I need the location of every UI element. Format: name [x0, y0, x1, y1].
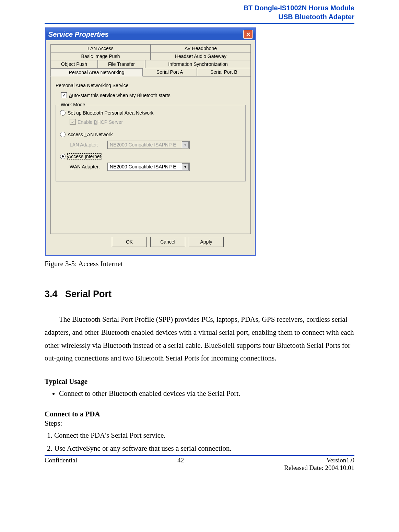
- wan-adapter-value: NE2000 Compatible ISAPNP E: [110, 164, 176, 169]
- typical-usage-heading: Typical Usage: [45, 377, 354, 386]
- ok-button[interactable]: OK: [112, 237, 147, 247]
- lan-adapter-value: NE2000 Compatible ISAPNP E: [110, 142, 176, 147]
- header-line1: BT Dongle-IS1002N Horus Module: [45, 3, 354, 12]
- header-line2: USB Bluetooth Adapter: [45, 12, 354, 21]
- radio-access-lan-label: Access LAN Network: [68, 132, 113, 137]
- tab-av-headphone[interactable]: AV Headphone: [151, 44, 251, 52]
- connect-pda-heading: Connect to a PDA: [45, 410, 354, 418]
- tab-lan-access[interactable]: LAN Access: [50, 44, 151, 52]
- cancel-button[interactable]: Cancel: [150, 237, 185, 247]
- tab-pan[interactable]: Personal Area Networking: [50, 68, 143, 76]
- page-header: BT Dongle-IS1002N Horus Module USB Bluet…: [45, 3, 354, 21]
- chevron-down-icon: ▼: [182, 141, 189, 148]
- footer-rule: [45, 455, 354, 456]
- close-button[interactable]: ✕: [243, 30, 253, 39]
- service-name-label: Personal Area Networking Service: [56, 83, 246, 88]
- page-footer: Confidential 42 Version1.0 Released Date…: [45, 457, 354, 472]
- section-title: Serial Port: [65, 289, 112, 299]
- radio-setup-pan-label: Set up Bluetooth Personal Area Network: [68, 110, 154, 116]
- list-item: Connect to other Bluetooth enabled devic…: [59, 387, 354, 400]
- dialog-title: Service Properties: [48, 31, 109, 38]
- steps-label: Steps:: [45, 419, 354, 428]
- chevron-down-icon[interactable]: ▼: [182, 163, 189, 170]
- footer-right: Version1.0 Released Date: 2004.10.01: [284, 457, 354, 472]
- tab-basic-image-push[interactable]: Basic Image Push: [50, 52, 151, 60]
- section-number: 3.4: [45, 289, 58, 299]
- autostart-checkbox[interactable]: ✓: [61, 92, 67, 98]
- tab-object-push[interactable]: Object Push: [50, 60, 98, 68]
- work-mode-group: Work Mode Set up Bluetooth Personal Area…: [56, 105, 246, 181]
- wan-adapter-combo[interactable]: NE2000 Compatible ISAPNP E ▼: [107, 163, 190, 171]
- footer-page-number: 42: [177, 457, 184, 472]
- header-rule: [45, 23, 354, 24]
- radio-access-internet[interactable]: [60, 154, 66, 159]
- apply-button[interactable]: Apply: [189, 237, 224, 247]
- service-properties-dialog: Service Properties ✕ LAN Access AV Headp…: [45, 27, 256, 256]
- tab-strip: LAN Access AV Headphone Basic Image Push…: [50, 44, 251, 234]
- steps-list: Connect the PDA's Serial Port service. U…: [45, 429, 354, 455]
- radio-access-internet-label: Access Internet: [68, 154, 102, 159]
- tab-info-sync[interactable]: Information Synchronization: [145, 60, 251, 68]
- typical-usage-list: Connect to other Bluetooth enabled devic…: [45, 387, 354, 400]
- figure-caption: Figure 3-5: Access Internet: [45, 260, 354, 268]
- tab-serial-port-a[interactable]: Serial Port A: [143, 68, 197, 76]
- radio-access-lan[interactable]: [60, 132, 66, 137]
- tab-file-transfer[interactable]: File Transfer: [98, 60, 145, 68]
- wan-adapter-label: WAN Adapter:: [70, 164, 104, 169]
- radio-setup-pan[interactable]: [60, 110, 66, 116]
- enable-dhcp-checkbox: ✓: [70, 119, 75, 125]
- lan-adapter-label: LAN Adapter:: [70, 142, 104, 147]
- dialog-titlebar: Service Properties ✕: [46, 28, 255, 40]
- step-item: Use ActiveSync or any software that uses…: [54, 442, 354, 455]
- section-heading: 3.4 Serial Port: [45, 289, 354, 299]
- tab-serial-port-b[interactable]: Serial Port B: [197, 68, 251, 76]
- screenshot-container: Service Properties ✕ LAN Access AV Headp…: [45, 27, 354, 256]
- tab-headset-audio-gateway[interactable]: Headset Audio Gateway: [151, 52, 251, 60]
- tab-pane: Personal Area Networking Service ✓ Auto-…: [50, 76, 251, 234]
- body-paragraph: The Bluetooth Serial Port Profile (SPP) …: [45, 313, 354, 365]
- enable-dhcp-label: Enable DHCP Server: [78, 119, 123, 125]
- lan-adapter-combo: NE2000 Compatible ISAPNP E ▼: [107, 141, 190, 149]
- work-mode-legend: Work Mode: [59, 102, 86, 107]
- autostart-label: Auto-start this service when My Bluetoot…: [69, 93, 171, 98]
- step-item: Connect the PDA's Serial Port service.: [54, 429, 354, 442]
- footer-left: Confidential: [45, 457, 77, 472]
